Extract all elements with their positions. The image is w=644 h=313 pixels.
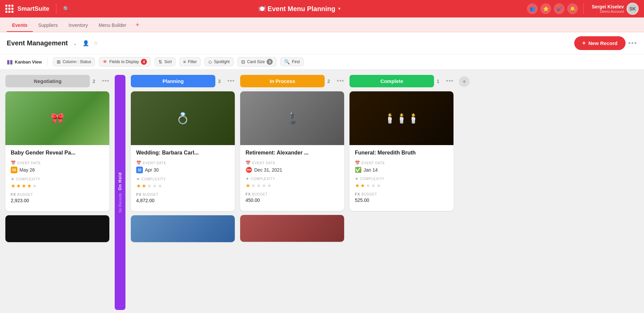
card-body-baby: Baby Gender Reveal Pa... 📅 EVENT DATE 58… [5,145,109,211]
toolbar-left: Event Management ⌄ 👤 ☆ [7,39,98,47]
calendar-icon-retirement: 📅 [246,161,251,165]
budget-value-baby: 2,923.00 [11,198,104,203]
filter-chip[interactable]: ≡ Filter [179,57,201,66]
kanban-board: Negotiating 2 ••• 🎀 Baby Gender Reveal P… [0,70,644,313]
tab-events[interactable]: Events [7,19,33,32]
column-on-hold: On Hold No Records [115,75,125,310]
budget-label-retirement: Fx BUDGET [246,192,339,196]
bell-icon[interactable]: 🔔 [567,3,578,14]
column-more-planning[interactable]: ••• [227,78,235,85]
card-baby-gender[interactable]: 🎀 Baby Gender Reveal Pa... 📅 EVENT DATE … [5,91,109,211]
users-icon[interactable]: 👥 [527,3,538,14]
card-partial-negotiating[interactable] [5,215,109,242]
nav-left: SmartSuite 🔍 [5,3,72,14]
field-budget-retirement: Fx BUDGET 450.00 [246,192,339,203]
search-icon[interactable]: 🔍 [63,6,70,12]
column-title-planning[interactable]: Planning [131,75,215,87]
no-records-label: No Records [118,193,122,213]
new-record-button[interactable]: + New Record [574,36,626,50]
column-count-inprocess: 2 [327,79,334,84]
column-title-inprocess[interactable]: In Process [240,75,325,87]
more-options-button[interactable]: ••• [628,39,637,47]
tab-menu-builder[interactable]: Menu Builder [93,19,132,32]
calendar-icon: 📅 [11,161,16,165]
card-body-retirement: Retirement: Alexander ... 📅 EVENT DATE ⛔… [240,145,344,211]
card-image-retirement: ♟️ [240,91,344,145]
toolbar-icons: 👤 ☆ [83,40,98,46]
field-event-date-retirement: 📅 EVENT DATE ⛔ Dec 31, 2021 [246,161,339,173]
card-partial-planning[interactable] [131,215,235,242]
add-column-button[interactable]: + [459,76,470,87]
event-date-value-wedding: 32 Apr 30 [136,167,229,173]
nav-right: 👥 ⭐ ✔️ 🔔 Sergei Kiselev Demo Account SK [527,3,639,15]
card-size-icon: ⊟ [241,59,245,64]
complexity-label-retirement: ★ COMPLEXITY [246,176,339,181]
nav-divider [56,3,56,14]
find-icon: 🔍 [284,59,290,64]
toolbar: Event Management ⌄ 👤 ☆ + New Record ••• [0,32,644,54]
tab-suppliers[interactable]: Suppliers [33,19,63,32]
user-info: Sergei Kiselev Demo Account SK [592,3,639,15]
budget-value-wedding: 4,872.00 [136,198,229,203]
add-column-area: + [459,75,470,310]
title-chevron[interactable]: ⌄ [73,41,77,46]
budget-value-retirement: 450.00 [246,197,339,203]
column-chip-label: Column : Status [63,59,91,64]
tabs-bar: Events Suppliers Inventory Menu Builder … [0,17,644,32]
event-date-label-wedding: 📅 EVENT DATE [136,161,229,165]
kanban-icon: ▮▮ [7,59,13,65]
column-count-planning: 3 [218,79,225,84]
user-name: Sergei Kiselev [592,4,624,9]
column-inprocess: In Process 2 ••• ♟️ Retirement: Alexande… [240,75,344,310]
view-bar: ▮▮ Kanban View ⊞ Column : Status 👁 Field… [0,54,644,70]
date-badge-baby: 58 [11,167,17,173]
user-account: Demo Account [592,9,624,13]
favorite-icon[interactable]: ☆ [93,40,98,46]
card-image-wedding: 💍 [131,91,235,145]
on-hold-label: On Hold [118,172,122,190]
card-wedding[interactable]: 💍 Wedding: Barbara Carl... 📅 EVENT DATE … [131,91,235,211]
event-date-value-funeral: ✅ Jan 14 [355,167,448,173]
view-bar-divider [47,58,48,65]
sort-chip-label: Sort [164,59,172,64]
card-retirement[interactable]: ♟️ Retirement: Alexander ... 📅 EVENT DAT… [240,91,344,211]
card-size-chip[interactable]: ⊟ Card Size S [237,57,277,66]
calendar-icon-funeral: 📅 [355,161,360,165]
spotlight-chip[interactable]: ◇ Spotlight [205,57,233,66]
column-more-complete[interactable]: ••• [446,78,453,85]
share-icon[interactable]: 👤 [83,40,89,46]
field-budget-funeral: Fx BUDGET 525.00 [355,192,448,203]
add-tab-button[interactable]: + [131,18,143,32]
card-funeral[interactable]: 🕯️🕯️🕯️ Funeral: Meredith Bruth 📅 EVENT D… [350,91,453,211]
card-size-chip-label: Card Size [247,59,265,64]
avatar[interactable]: SK [627,3,639,15]
column-more-inprocess[interactable]: ••• [337,78,344,85]
fields-to-display-chip[interactable]: 👁 Fields to Display 4 [99,57,151,66]
column-more-negotiating[interactable]: ••• [102,78,109,85]
sort-chip[interactable]: ⇅ Sort [155,57,175,66]
star-icon[interactable]: ⭐ [540,3,551,14]
find-chip-label: Find [292,59,300,64]
find-chip[interactable]: 🔍 Find [280,57,303,66]
column-title-complete[interactable]: Complete [350,75,434,87]
spotlight-chip-label: Spotlight [214,59,230,64]
complexity-stars-retirement: ★ ★ ★ ★ ★ [246,182,339,189]
toolbar-right: + New Record ••• [574,36,637,50]
column-negotiating: Negotiating 2 ••• 🎀 Baby Gender Reveal P… [5,75,109,310]
sort-icon: ⇅ [158,59,162,64]
filter-icon: ≡ [183,59,186,64]
column-title-negotiating[interactable]: Negotiating [5,75,90,87]
complexity-label-funeral: ★ COMPLEXITY [355,176,448,181]
apps-icon[interactable] [5,5,13,13]
field-complexity-wedding: ★ COMPLEXITY ★ ★ ★ ★ ★ [136,177,229,189]
column-filter-chip[interactable]: ⊞ Column : Status [53,57,95,66]
field-event-date-funeral: 📅 EVENT DATE ✅ Jan 14 [355,161,448,173]
card-partial-inprocess[interactable] [240,215,344,242]
nav-right-divider [583,3,584,14]
app-title-chevron[interactable]: ▼ [337,6,341,11]
field-budget-wedding: Fx BUDGET 4,872.00 [136,192,229,203]
card-title-baby: Baby Gender Reveal Pa... [11,150,104,156]
card-body-funeral: Funeral: Meredith Bruth 📅 EVENT DATE ✅ J… [350,145,453,211]
tab-inventory[interactable]: Inventory [63,19,93,32]
check-icon[interactable]: ✔️ [554,3,565,14]
